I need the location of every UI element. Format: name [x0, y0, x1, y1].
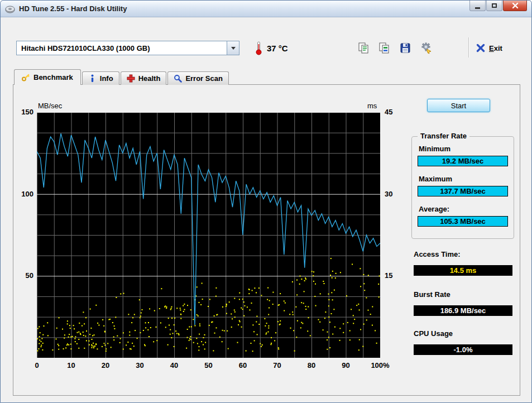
save-button[interactable] — [396, 40, 415, 56]
device-select-value: Hitachi HDS721010CLA330 (1000 GB) — [17, 44, 150, 52]
x-axis-tick: 60 — [231, 361, 255, 370]
tab-health[interactable]: Health — [121, 71, 167, 85]
x-axis-tick: 70 — [265, 361, 290, 370]
exit-x-icon — [476, 44, 485, 52]
maximum-value: 137.7 MB/sec — [418, 186, 508, 196]
tab-health-label: Health — [138, 74, 161, 83]
x-axis-tick: 50 — [196, 361, 221, 370]
y-axis-tick: 15 — [385, 271, 401, 280]
burst-rate-label: Burst Rate — [414, 290, 450, 299]
benchmark-icon — [22, 73, 30, 81]
y-left-unit-label: MB/sec — [38, 102, 62, 110]
x-axis-tick: 100% — [368, 361, 392, 370]
x-axis-tick: 40 — [162, 361, 186, 370]
transfer-rate-group: Transfer Rate Minimum 19.2 MB/sec Maximu… — [411, 136, 514, 239]
transfer-rate-group-label: Transfer Rate — [418, 132, 469, 140]
minimum-label: Minimum — [419, 145, 450, 153]
cpu-usage-label: CPU Usage — [414, 329, 453, 338]
exit-label: Exit — [489, 44, 502, 52]
copy-to-file-button[interactable] — [375, 40, 394, 56]
y-axis-tick: 100 — [16, 190, 33, 198]
tab-info-label: Info — [100, 74, 113, 83]
benchmark-chart-plot — [37, 112, 380, 358]
device-select[interactable]: Hitachi HDS721010CLA330 (1000 GB) — [16, 41, 239, 55]
exit-button[interactable]: Exit — [476, 41, 502, 55]
tab-info[interactable]: Info — [82, 71, 119, 85]
y-axis-tick: 150 — [16, 108, 33, 116]
tab-benchmark-label: Benchmark — [33, 73, 73, 81]
app-icon — [5, 4, 15, 13]
x-axis-tick: 20 — [93, 361, 118, 370]
error-scan-icon — [174, 74, 182, 83]
save-icon — [399, 42, 411, 54]
maximize-button[interactable] — [486, 1, 502, 11]
start-button[interactable]: Start — [427, 99, 490, 112]
thermometer-icon — [255, 41, 263, 55]
maximum-label: Maximum — [419, 175, 452, 183]
copy-screenshot-button[interactable] — [354, 40, 373, 56]
dropdown-arrow-button[interactable] — [227, 41, 239, 55]
info-icon — [88, 74, 97, 83]
close-icon — [512, 2, 519, 9]
health-icon — [127, 74, 135, 83]
x-axis-tick: 80 — [299, 361, 324, 370]
y-axis-tick: 50 — [16, 271, 33, 280]
title-bar[interactable]: HD Tune 2.55 - Hard Disk Utility — [1, 1, 531, 17]
average-label: Average: — [419, 205, 449, 213]
tab-strip: Benchmark Info Health Error Scan — [14, 69, 230, 85]
cpu-usage-value: -1.0% — [414, 344, 512, 355]
x-axis-tick: 90 — [334, 361, 358, 370]
benchmark-chart — [37, 112, 380, 358]
toolbar-separator — [468, 37, 469, 57]
access-time-value: 14.5 ms — [414, 265, 512, 276]
y-axis-tick: 45 — [385, 108, 401, 116]
burst-rate-value: 186.9 MB/sec — [414, 305, 512, 316]
x-axis-tick: 10 — [59, 361, 84, 370]
app-window: HD Tune 2.55 - Hard Disk Utility Hitachi… — [0, 0, 532, 403]
chevron-down-icon — [231, 47, 236, 50]
maximize-icon — [492, 3, 497, 8]
copy-screenshot-icon — [357, 42, 370, 54]
y-right-unit-label: ms — [367, 102, 377, 110]
temperature-indicator: 37 °C — [255, 41, 288, 55]
minimum-value: 19.2 MB/sec — [418, 156, 508, 166]
copy-to-file-icon — [378, 42, 390, 54]
temperature-value: 37 °C — [267, 44, 288, 53]
x-axis-tick: 0 — [25, 361, 49, 370]
tab-error-scan-label: Error Scan — [185, 74, 222, 83]
tab-error-scan[interactable]: Error Scan — [167, 71, 228, 85]
close-button[interactable] — [503, 1, 527, 11]
x-axis-tick: 30 — [128, 361, 152, 370]
options-button[interactable] — [417, 40, 436, 56]
tab-benchmark[interactable]: Benchmark — [14, 69, 81, 85]
minimize-button[interactable] — [469, 1, 486, 11]
y-axis-tick: 30 — [385, 190, 401, 198]
window-title: HD Tune 2.55 - Hard Disk Utility — [19, 4, 127, 13]
options-icon — [420, 42, 433, 54]
minimize-icon — [475, 7, 480, 9]
access-time-label: Access Time: — [414, 250, 461, 258]
average-value: 105.3 MB/sec — [418, 216, 508, 227]
